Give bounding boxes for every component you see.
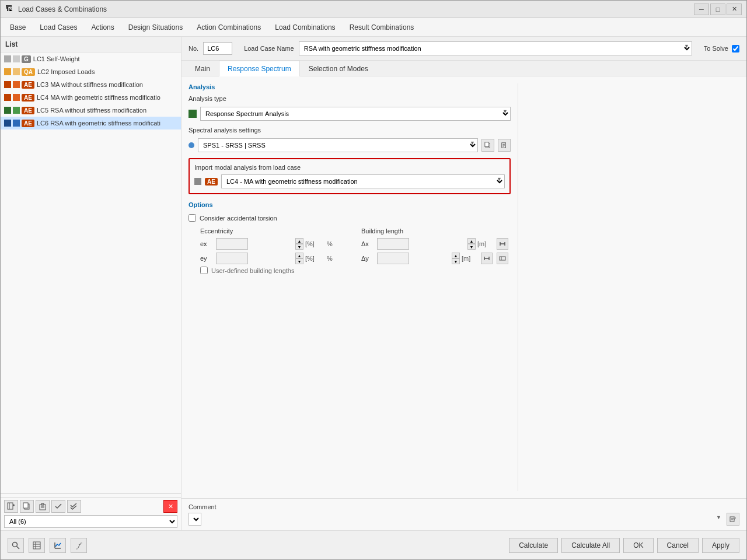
list-item[interactable]: AE LC5 RSA without stiffness modificatio… <box>1 104 181 117</box>
user-defined-row: User-defined building lengths <box>189 267 511 274</box>
spectral-copy-button[interactable] <box>481 139 494 152</box>
dy-spinner-up[interactable]: ▲ <box>452 253 460 258</box>
dx-spinner-up[interactable]: ▲ <box>467 238 476 244</box>
cancel-button[interactable]: Cancel <box>657 538 699 553</box>
ey-spinner-up[interactable]: ▲ <box>295 253 303 258</box>
dy-measure-button[interactable] <box>481 253 493 264</box>
menu-item-base[interactable]: Base <box>3 18 33 36</box>
list-item-color <box>4 107 11 114</box>
search-icon-button[interactable] <box>8 538 24 553</box>
spectral-color <box>189 142 194 148</box>
analysis-type-color <box>189 110 197 118</box>
list-item-color <box>4 120 11 127</box>
main-window: 🏗 Load Cases & Combinations ─ □ ✕ Base L… <box>0 0 747 560</box>
list-item[interactable]: AE LC3 MA without stiffness modification <box>1 78 181 91</box>
comment-edit-button[interactable] <box>727 513 739 526</box>
close-button[interactable]: ✕ <box>727 4 742 15</box>
dy-spinners: ▲ ▼ <box>452 253 460 264</box>
check-all-button[interactable] <box>67 500 81 513</box>
paste-item-button[interactable] <box>36 500 50 513</box>
tab-response-spectrum[interactable]: Response Spectrum <box>219 61 300 76</box>
ok-button[interactable]: OK <box>623 538 653 553</box>
list-filter: All (6) <box>4 515 177 528</box>
analysis-type-select[interactable]: Response Spectrum Analysis <box>200 107 511 121</box>
filter-select[interactable]: All (6) <box>4 515 177 528</box>
svg-rect-0 <box>8 503 13 509</box>
maximize-button[interactable]: □ <box>710 4 725 15</box>
menu-item-design-situations[interactable]: Design Situations <box>121 18 190 36</box>
bottom-left: 𝑓 <box>8 538 87 553</box>
ey-input[interactable] <box>216 253 248 264</box>
list-item[interactable]: G LC1 Self-Weight <box>1 52 181 65</box>
list-item-selected[interactable]: AE LC6 RSA with geometric stiffness modi… <box>1 117 181 130</box>
minimize-button[interactable]: ─ <box>694 4 709 15</box>
spectral-edit-button[interactable] <box>498 139 511 152</box>
menu-item-action-combinations[interactable]: Action Combinations <box>190 18 268 36</box>
eccentricity-col: Eccentricity ex ▲ ▼ <box>200 228 350 264</box>
list-header: List <box>1 37 181 52</box>
dy-spinner-down[interactable]: ▼ <box>452 258 460 264</box>
list-item-badge: QA <box>22 68 35 76</box>
dy-input[interactable] <box>377 253 409 264</box>
no-field-group: No. <box>189 42 232 55</box>
dx-measure-button[interactable] <box>497 238 508 250</box>
formula-icon-button[interactable]: 𝑓 <box>71 538 87 553</box>
main-content: List G LC1 Self-Weight QA LC2 Imposed Lo… <box>1 37 746 530</box>
spectral-select[interactable]: SPS1 - SRSS | SRSS <box>198 138 478 152</box>
list-item-text: LC6 RSA with geometric stiffness modific… <box>37 120 160 127</box>
user-defined-label: User-defined building lengths <box>211 267 294 274</box>
menu-item-result-combinations[interactable]: Result Combinations <box>343 18 421 36</box>
list-item[interactable]: QA LC2 Imposed Loads <box>1 65 181 78</box>
analysis-type-select-row: Response Spectrum Analysis <box>189 107 511 121</box>
dy-input-wrapper: ▲ ▼ <box>377 253 460 264</box>
svg-rect-24 <box>730 517 734 522</box>
options-section: Options Consider accidental torsion Ecce… <box>189 201 511 274</box>
list-item-color <box>4 68 11 75</box>
apply-button[interactable]: Apply <box>702 538 739 553</box>
calculate-all-button[interactable]: Calculate All <box>561 538 620 553</box>
ey-label: ey <box>200 255 214 262</box>
spectral-label-row: Spectral analysis settings <box>189 127 511 134</box>
tab-selection-of-modes[interactable]: Selection of Modes <box>300 61 377 76</box>
svg-rect-7 <box>41 503 44 505</box>
list-item[interactable]: AE LC4 MA with geometric stiffness modif… <box>1 91 181 104</box>
analysis-type-group: Analysis type Response Spectrum Analysis <box>189 95 511 121</box>
tab-main[interactable]: Main <box>186 61 219 76</box>
ey-pct-unit: [%] <box>305 255 325 262</box>
dx-label: Δx <box>361 240 375 247</box>
menu-item-load-cases[interactable]: Load Cases <box>33 18 84 36</box>
new-item-button[interactable] <box>4 500 18 513</box>
to-solve-checkbox[interactable] <box>732 45 739 52</box>
delete-item-button[interactable]: ✕ <box>163 500 177 513</box>
dx-input[interactable] <box>377 238 409 250</box>
comment-select[interactable] <box>189 513 201 526</box>
dx-spinner-down[interactable]: ▼ <box>467 244 476 250</box>
ex-input[interactable] <box>216 238 248 250</box>
list-item-badge: G <box>22 55 31 63</box>
copy-item-button[interactable] <box>20 500 34 513</box>
import-badge: AE <box>205 178 218 186</box>
list-item-color2 <box>13 81 20 88</box>
menu-item-load-combinations[interactable]: Load Combinations <box>268 18 342 36</box>
graph-icon-button[interactable] <box>50 538 66 553</box>
user-defined-checkbox[interactable] <box>200 267 208 274</box>
name-select[interactable]: RSA with geometric stiffness modificatio… <box>299 41 692 55</box>
svg-rect-29 <box>33 542 40 549</box>
window-icon: 🏗 <box>5 5 15 14</box>
no-input[interactable] <box>203 42 232 55</box>
comment-section: Comment <box>181 498 746 530</box>
ey-spinner-down[interactable]: ▼ <box>295 258 303 264</box>
list-item-color2 <box>13 107 20 114</box>
check-button[interactable] <box>51 500 65 513</box>
list-item-text: LC4 MA with geometric stiffness modifica… <box>37 94 160 101</box>
menu-item-actions[interactable]: Actions <box>84 18 121 36</box>
ex-spinner-down[interactable]: ▼ <box>295 244 303 250</box>
ex-spinner-up[interactable]: ▲ <box>295 238 303 244</box>
torsion-checkbox[interactable] <box>189 214 196 222</box>
list-toolbar: ✕ <box>4 500 177 513</box>
building-col: Building length Δx ▲ ▼ <box>361 228 511 264</box>
import-select[interactable]: LC4 - MA with geometric stiffness modifi… <box>221 174 505 188</box>
calculate-button[interactable]: Calculate <box>509 538 558 553</box>
dy-extra-button[interactable] <box>497 253 508 264</box>
table-icon-button[interactable] <box>29 538 45 553</box>
